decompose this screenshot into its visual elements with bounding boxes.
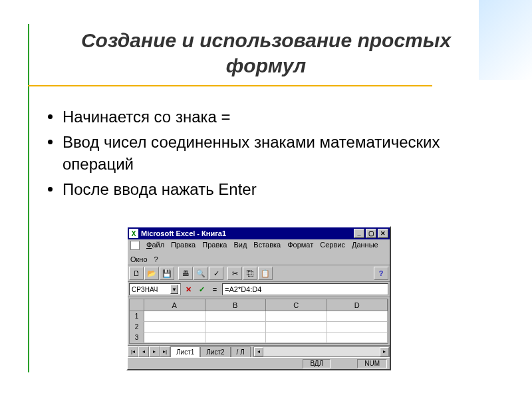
grid-row: 3 bbox=[130, 332, 388, 343]
row-header[interactable]: 2 bbox=[130, 322, 144, 332]
formula-input[interactable]: =A2*D4:D4 bbox=[222, 283, 388, 295]
cell[interactable] bbox=[266, 311, 327, 322]
cell[interactable] bbox=[327, 322, 388, 332]
formula-equals-button[interactable]: = bbox=[209, 283, 221, 295]
bullet-list: Начинается со знака = Ввод чисел соедине… bbox=[48, 106, 492, 205]
print-button[interactable]: 🖶 bbox=[178, 267, 193, 280]
status-bar: ВДЛ NUM bbox=[128, 357, 390, 369]
menu-insert[interactable]: Вставка bbox=[253, 241, 281, 250]
menu-help[interactable]: ? bbox=[154, 255, 158, 263]
close-button[interactable]: ✕ bbox=[378, 229, 388, 238]
save-button[interactable]: 💾 bbox=[160, 267, 174, 280]
name-box-value: СРЗНАЧ bbox=[132, 286, 158, 293]
slide-rule-horizontal bbox=[28, 85, 432, 86]
cell[interactable] bbox=[266, 322, 327, 332]
cell[interactable] bbox=[327, 332, 388, 343]
slide-rule-vertical bbox=[28, 24, 29, 372]
menu-format[interactable]: Формат bbox=[287, 241, 313, 250]
status-num: NUM bbox=[357, 359, 387, 368]
excel-window: X Microsoft Excel - Книга1 _ ▢ ✕ Файл Пр… bbox=[126, 226, 391, 370]
cell[interactable] bbox=[144, 322, 205, 332]
open-button[interactable]: 📂 bbox=[144, 267, 159, 280]
menu-data[interactable]: Данные bbox=[352, 241, 378, 250]
new-button[interactable]: 🗋 bbox=[129, 267, 144, 280]
cut-button[interactable]: ✂ bbox=[227, 267, 242, 280]
cell[interactable] bbox=[266, 332, 327, 343]
minimize-button[interactable]: _ bbox=[354, 229, 364, 238]
excel-logo-icon: X bbox=[129, 229, 138, 238]
col-header[interactable]: B bbox=[205, 299, 267, 311]
cell[interactable] bbox=[327, 311, 388, 322]
formula-enter-button[interactable]: ✓ bbox=[196, 283, 207, 295]
sheet-tab-cut[interactable]: / Л bbox=[231, 346, 251, 357]
tab-nav-first[interactable]: |◂ bbox=[128, 346, 138, 357]
status-mode: ВДЛ bbox=[303, 359, 331, 368]
tab-nav-last[interactable]: ▸| bbox=[160, 346, 170, 357]
menubar: Файл Правка Правка Вид Вставка Формат Се… bbox=[128, 239, 390, 265]
scroll-left-icon[interactable]: ◂ bbox=[254, 347, 263, 356]
sheet-tab-bar: |◂ ◂ ▸ ▸| Лист1 Лист2 / Л ◂ ▸ bbox=[128, 345, 390, 357]
slide-title: Создание и использование простых формул bbox=[40, 28, 492, 78]
scroll-right-icon[interactable]: ▸ bbox=[380, 347, 389, 356]
tab-nav-prev[interactable]: ◂ bbox=[138, 346, 149, 357]
spreadsheet-grid[interactable]: A B C D 1 2 3 bbox=[129, 299, 388, 344]
column-headers: A B C D bbox=[130, 299, 388, 311]
maximize-button[interactable]: ▢ bbox=[366, 229, 376, 238]
bullet-item: Начинается со знака = bbox=[48, 106, 492, 128]
menu-window[interactable]: Окно bbox=[130, 255, 148, 263]
select-all-corner[interactable] bbox=[130, 299, 144, 311]
window-title: Microsoft Excel - Книга1 bbox=[141, 229, 352, 237]
copy-button[interactable]: ⿻ bbox=[243, 267, 257, 280]
spellcheck-button[interactable]: ✓ bbox=[209, 267, 223, 280]
col-header[interactable]: D bbox=[327, 299, 388, 311]
name-box[interactable]: СРЗНАЧ ▼ bbox=[129, 283, 181, 295]
sheet-tab[interactable]: Лист2 bbox=[200, 346, 230, 357]
horizontal-scrollbar[interactable]: ◂ ▸ bbox=[253, 346, 390, 357]
grid-row: 2 bbox=[130, 322, 388, 332]
bullet-item: После ввода нажать Enter bbox=[48, 179, 492, 200]
col-header[interactable]: A bbox=[144, 299, 205, 311]
titlebar: X Microsoft Excel - Книга1 _ ▢ ✕ bbox=[128, 227, 390, 239]
cell[interactable] bbox=[144, 311, 205, 322]
bullet-item: Ввод чисел соединенных знаками математич… bbox=[48, 132, 492, 175]
help-button[interactable]: ? bbox=[374, 267, 388, 280]
menu-edit2[interactable]: Правка bbox=[202, 241, 227, 250]
tab-nav-next[interactable]: ▸ bbox=[149, 346, 160, 357]
toolbar: 🗋 📂 💾 🖶 🔍 ✓ ✂ ⿻ 📋 ? bbox=[128, 265, 390, 282]
name-box-dropdown-icon[interactable]: ▼ bbox=[170, 285, 178, 294]
cell[interactable] bbox=[144, 332, 205, 343]
document-icon[interactable] bbox=[130, 241, 140, 250]
menu-file[interactable]: Файл bbox=[146, 241, 164, 250]
formula-bar: СРЗНАЧ ▼ ✕ ✓ = =A2*D4:D4 bbox=[128, 282, 390, 297]
paste-button[interactable]: 📋 bbox=[258, 267, 273, 280]
menu-edit[interactable]: Правка bbox=[171, 241, 196, 250]
menu-view[interactable]: Вид bbox=[233, 241, 247, 250]
grid-row: 1 bbox=[130, 311, 388, 322]
preview-button[interactable]: 🔍 bbox=[194, 267, 208, 280]
menu-tools[interactable]: Сервис bbox=[320, 241, 345, 250]
col-header[interactable]: C bbox=[266, 299, 327, 311]
cell[interactable] bbox=[205, 332, 267, 343]
row-header[interactable]: 3 bbox=[130, 332, 144, 343]
cell[interactable] bbox=[205, 322, 267, 332]
sheet-tab-active[interactable]: Лист1 bbox=[170, 346, 200, 357]
row-header[interactable]: 1 bbox=[130, 311, 144, 322]
formula-cancel-button[interactable]: ✕ bbox=[182, 283, 194, 295]
cell[interactable] bbox=[205, 311, 267, 322]
